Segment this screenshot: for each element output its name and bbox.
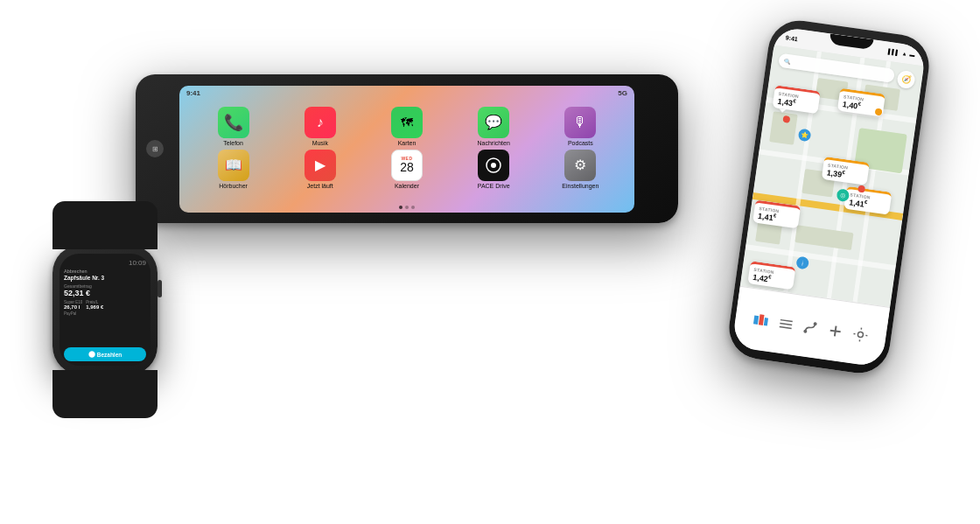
phone-outer: 9:41 ▌▌▌ ▲ ▬ bbox=[725, 17, 933, 377]
phone-screen: 9:41 ▌▌▌ ▲ ▬ bbox=[732, 26, 927, 367]
nachrichten-icon: 💬 bbox=[478, 107, 509, 138]
hoerbucher-icon: 📖 bbox=[218, 150, 249, 181]
jetzt-icon: ▶ bbox=[304, 150, 336, 181]
pace-label: PACE Drive bbox=[478, 183, 510, 189]
tab-map[interactable] bbox=[747, 306, 775, 334]
battery-icon: ▬ bbox=[909, 52, 915, 58]
telefon-icon: 📞 bbox=[218, 107, 249, 138]
musik-icon: ♪ bbox=[304, 107, 336, 138]
search-icon: 🔍 bbox=[784, 58, 791, 65]
app-pace[interactable]: PACE Drive bbox=[464, 150, 523, 189]
station-5-price: 1,41€ bbox=[849, 197, 868, 209]
watch-band-top bbox=[52, 201, 158, 249]
app-nachrichten[interactable]: 💬 Nachrichten bbox=[464, 107, 523, 146]
svg-point-12 bbox=[858, 332, 864, 338]
carplay-time: 9:41 bbox=[186, 89, 200, 97]
einstellungen-label: Einstellungen bbox=[562, 183, 598, 189]
app-telefon[interactable]: 📞 Telefon bbox=[204, 107, 263, 146]
station-2-price: 1,40€ bbox=[842, 99, 861, 111]
hoerbucher-label: Hörbucher bbox=[219, 183, 248, 189]
compass-icon[interactable]: 🧭 bbox=[896, 70, 916, 90]
karten-icon: 🗺 bbox=[391, 107, 423, 138]
carplay-page-dots bbox=[399, 206, 415, 209]
dot-1 bbox=[399, 206, 402, 209]
svg-point-8 bbox=[804, 329, 808, 333]
watch-fuel-row: Super E10 26,70 l Preis/L 1,969 € bbox=[64, 300, 146, 310]
tab-list[interactable] bbox=[772, 310, 800, 338]
signal-icon: ▌▌▌ bbox=[888, 49, 900, 56]
tab-route[interactable] bbox=[797, 313, 825, 341]
watch-fuel-super: Super E10 26,70 l bbox=[64, 300, 82, 310]
watch-paypal-row: PayPal bbox=[64, 311, 146, 316]
app-einstellungen[interactable]: ⚙ Einstellungen bbox=[550, 150, 610, 189]
svg-rect-4 bbox=[764, 318, 768, 325]
phone-device: 9:41 ▌▌▌ ▲ ▬ bbox=[725, 17, 933, 377]
station-1-price: 1,43€ bbox=[777, 96, 796, 108]
watch-price-value: 1,969 € bbox=[86, 304, 103, 310]
svg-rect-3 bbox=[759, 314, 765, 325]
tab-settings[interactable] bbox=[846, 320, 874, 348]
watch-device: 10:09 Abbrechen Zapfsäule Nr. 3 Gesamtbe… bbox=[52, 245, 158, 374]
watch-station: Zapfsäule Nr. 3 bbox=[64, 275, 146, 281]
icons-row-2: 📖 Hörbucher ▶ Jetzt läuft WED bbox=[190, 150, 624, 189]
einstellungen-icon: ⚙ bbox=[564, 150, 596, 181]
carplay-signal: 5G bbox=[618, 89, 627, 97]
watch-super-value: 26,70 l bbox=[64, 304, 82, 310]
kalender-icon: WED 28 bbox=[391, 150, 423, 181]
watch-pay-button[interactable]: ⬤ Bezahlen bbox=[64, 347, 146, 361]
svg-point-9 bbox=[814, 322, 818, 326]
watch-band-bottom bbox=[52, 370, 158, 418]
watch-screen: 10:09 Abbrechen Zapfsäule Nr. 3 Gesamtbe… bbox=[60, 254, 150, 366]
watch-total-value: 52,31 € bbox=[64, 289, 146, 297]
app-kalender[interactable]: WED 28 Kalender bbox=[377, 150, 437, 189]
karten-label: Karten bbox=[398, 140, 416, 146]
dot-2 bbox=[405, 206, 409, 209]
svg-line-7 bbox=[780, 326, 792, 328]
telefon-label: Telefon bbox=[223, 140, 243, 146]
jetzt-label: Jetzt läuft bbox=[307, 183, 333, 189]
carplay-icons-grid: 📞 Telefon ♪ Musik 🗺 Karten bbox=[179, 103, 634, 213]
svg-line-11 bbox=[830, 330, 841, 332]
app-karten[interactable]: 🗺 Karten bbox=[377, 107, 437, 146]
dot-3 bbox=[411, 206, 415, 209]
podcasts-icon: 🎙 bbox=[564, 107, 596, 138]
app-hoerbucher[interactable]: 📖 Hörbucher bbox=[204, 150, 263, 189]
app-musik[interactable]: ♪ Musik bbox=[290, 107, 350, 146]
tab-plus[interactable] bbox=[822, 317, 850, 345]
phone-status-icons: ▌▌▌ ▲ ▬ bbox=[888, 49, 915, 58]
watch-crown bbox=[158, 280, 162, 297]
nachrichten-label: Nachrichten bbox=[477, 140, 509, 146]
watch-pay-label: Bezahlen bbox=[97, 352, 122, 358]
watch-cancel: Abbrechen bbox=[64, 269, 146, 274]
kalender-label: Kalender bbox=[395, 183, 419, 189]
app-podcasts[interactable]: 🎙 Podcasts bbox=[550, 107, 610, 146]
station-6-price: 1,42€ bbox=[752, 272, 772, 284]
svg-line-5 bbox=[780, 319, 793, 321]
svg-line-6 bbox=[780, 323, 792, 325]
watch-outer: 10:09 Abbrechen Zapfsäule Nr. 3 Gesamtbe… bbox=[52, 245, 158, 374]
watch-paypal-label: PayPal bbox=[64, 311, 76, 316]
station-4-price: 1,41€ bbox=[757, 211, 776, 223]
carplay-outer: ⊞ 9:41 5G 📞 Telefon bbox=[136, 74, 678, 223]
svg-point-1 bbox=[491, 163, 496, 168]
icons-row-1: 📞 Telefon ♪ Musik 🗺 Karten bbox=[190, 107, 624, 146]
main-scene: 10:09 Abbrechen Zapfsäule Nr. 3 Gesamtbe… bbox=[0, 0, 980, 524]
map-block-6 bbox=[794, 225, 853, 250]
carplay-device: ⊞ 9:41 5G 📞 Telefon bbox=[136, 74, 678, 407]
svg-rect-2 bbox=[753, 315, 759, 325]
wifi-icon: ▲ bbox=[901, 51, 907, 57]
station-3-price: 1,39€ bbox=[826, 167, 845, 179]
pace-icon bbox=[478, 150, 509, 181]
carplay-home-button[interactable]: ⊞ bbox=[146, 140, 164, 157]
watch-time: 10:09 bbox=[64, 259, 146, 267]
carplay-status-bar: 9:41 5G bbox=[186, 89, 627, 97]
podcasts-label: Podcasts bbox=[568, 140, 593, 146]
app-jetzt[interactable]: ▶ Jetzt läuft bbox=[290, 150, 350, 189]
watch-fuel-price: Preis/L 1,969 € bbox=[86, 300, 103, 310]
musik-label: Musik bbox=[312, 140, 328, 146]
phone-time: 9:41 bbox=[785, 34, 798, 42]
phone-map[interactable]: 🔍 🧭 STATION 1,43€ STATION 1,40€ bbox=[738, 45, 924, 326]
carplay-screen: 9:41 5G 📞 Telefon ♪ Musik bbox=[179, 86, 634, 213]
